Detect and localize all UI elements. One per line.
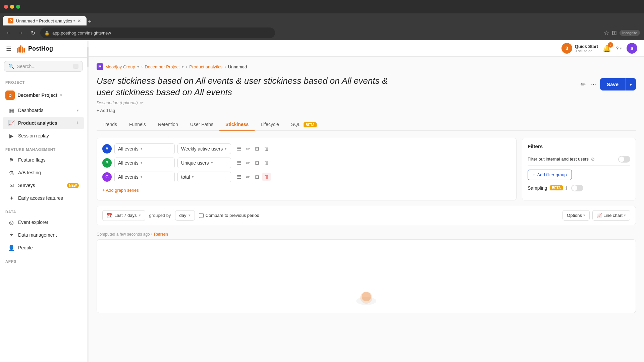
series-c-metric-select[interactable]: total ▾ [177, 172, 231, 182]
add-product-analytics-icon[interactable]: + [76, 120, 79, 126]
sidebar-item-session-replay[interactable]: ▶ Session replay [3, 130, 84, 142]
date-range-select[interactable]: 📅 Last 7 days ▾ [102, 210, 145, 221]
series-c-delete-button[interactable]: 🗑 [262, 173, 271, 181]
options-label: Options [567, 213, 582, 218]
search-input[interactable] [17, 64, 70, 69]
tab-trends[interactable]: Trends [97, 118, 123, 131]
sidebar-item-data-management[interactable]: 🗄 Data management [3, 229, 84, 241]
date-range-chevron-icon: ▾ [139, 213, 141, 218]
add-tag-button[interactable]: + Add tag [97, 108, 115, 113]
options-button[interactable]: Options ▾ [562, 210, 590, 221]
breadcrumb-project-dropdown-icon[interactable]: ▾ [182, 65, 184, 69]
sidebar-item-surveys[interactable]: ✉ Surveys NEW [3, 179, 84, 191]
sidebar-item-session-replay-label: Session replay [18, 133, 79, 138]
project-chevron-icon: ▾ [60, 93, 62, 98]
chart-type-button[interactable]: 📈 Line chart ▾ [592, 210, 630, 221]
series-a-delete-button[interactable]: 🗑 [262, 144, 271, 153]
quick-start-widget[interactable]: 3 Quick Start 3 still to go [561, 43, 598, 54]
computed-row: Computed a few seconds ago • Refresh [97, 229, 636, 239]
series-c-event-chevron-icon: ▾ [141, 175, 143, 179]
series-c-edit-button[interactable]: ✏ [244, 173, 252, 181]
project-avatar: D [5, 90, 15, 100]
series-c-copy-button[interactable]: ⊞ [253, 173, 261, 181]
refresh-link[interactable]: Refresh [154, 232, 168, 237]
url-bar: 🔒 app.posthog.com/insights/new [40, 27, 275, 38]
breadcrumb-section[interactable]: Product analytics [189, 64, 222, 69]
series-a-event-chevron-icon: ▾ [141, 146, 143, 151]
series-a-copy-button[interactable]: ⊞ [253, 144, 261, 153]
series-c-event-select[interactable]: All events ▾ [114, 172, 175, 182]
sidebar-item-product-analytics[interactable]: 📈 Product analytics + [3, 117, 84, 129]
ab-testing-icon: ⚗ [8, 169, 15, 176]
empty-chart-illustration [353, 286, 380, 306]
forward-button[interactable]: → [16, 28, 25, 38]
help-button[interactable]: ? ▾ [616, 46, 622, 51]
add-filter-group-button[interactable]: + Add filter group [528, 170, 572, 180]
save-button[interactable]: Save [600, 78, 625, 90]
group-by-select[interactable]: day ▾ [175, 210, 195, 221]
tab-user-paths[interactable]: User Paths [184, 118, 219, 131]
filter-internal-label: Filter out internal and test users [528, 157, 589, 162]
series-b-event-select[interactable]: All events ▾ [114, 158, 175, 168]
tab-retention[interactable]: Retention [152, 118, 184, 131]
series-c-metric-chevron-icon: ▾ [192, 175, 194, 179]
product-analytics-icon: 📈 [8, 120, 15, 126]
tab-funnels[interactable]: Funnels [123, 118, 152, 131]
posthog-logo-text: PostHog [28, 45, 53, 52]
series-a-edit-button[interactable]: ✏ [244, 144, 252, 153]
series-row-c: C All events ▾ total ▾ ☰ ✏ ⊞ [102, 172, 511, 182]
sidebar-item-feature-flags-label: Feature flags [18, 157, 79, 163]
compare-checkbox-row[interactable]: Compare to previous period [199, 213, 259, 218]
sidebar-item-early-access[interactable]: ✦ Early access features [3, 192, 84, 204]
back-button[interactable]: ← [4, 28, 13, 38]
series-b-edit-button[interactable]: ✏ [244, 159, 252, 167]
compare-checkbox[interactable] [199, 213, 204, 218]
tab-close-button[interactable]: ✕ [77, 18, 81, 23]
description-edit-icon[interactable]: ✏ [140, 100, 144, 105]
add-filter-group-label: Add filter group [537, 172, 567, 177]
series-c-filter-button[interactable]: ☰ [235, 173, 243, 181]
series-b-metric-select[interactable]: Unique users ▾ [177, 158, 231, 168]
series-a-metric-select[interactable]: Weekly active users ▾ [177, 143, 231, 154]
sidebar-item-feature-flags[interactable]: ⚑ Feature flags [3, 154, 84, 166]
breadcrumb-group[interactable]: Moodjoy Group [105, 64, 135, 69]
filter-internal-toggle[interactable] [618, 156, 630, 163]
series-a-filter-button[interactable]: ☰ [235, 144, 243, 153]
dashboards-icon: ▦ [8, 107, 15, 114]
breadcrumb-group-dropdown-icon[interactable]: ▾ [137, 65, 139, 69]
series-b-copy-button[interactable]: ⊞ [253, 159, 261, 167]
computed-text: Computed a few seconds ago [97, 232, 150, 237]
sampling-toggle[interactable] [571, 185, 583, 191]
sidebar-item-dashboards[interactable]: ▦ Dashboards ▾ [3, 104, 84, 116]
early-access-icon: ✦ [8, 195, 15, 201]
sidebar-item-ab-testing[interactable]: ⚗ A/B testing [3, 167, 84, 179]
svg-rect-0 [17, 48, 18, 53]
sampling-info-icon[interactable]: ℹ [566, 185, 567, 191]
notification-button[interactable]: 🔔 0 [603, 44, 611, 52]
reload-button[interactable]: ↻ [28, 28, 38, 38]
sidebar-item-people[interactable]: 👤 People [3, 242, 84, 254]
filter-settings-icon[interactable]: ⚙ [591, 157, 595, 162]
user-avatar[interactable]: S [627, 43, 637, 54]
edit-title-button[interactable]: ✏ [579, 79, 587, 89]
hamburger-button[interactable]: ☰ [4, 44, 13, 54]
quick-start-title: Quick Start [575, 44, 598, 49]
series-b-delete-button[interactable]: 🗑 [262, 159, 271, 167]
sidebar-item-event-explorer[interactable]: ◎ Event explorer [3, 216, 84, 228]
breadcrumb-group-avatar: M [97, 63, 103, 70]
surveys-new-badge: NEW [67, 183, 79, 188]
tab-lifecycle[interactable]: Lifecycle [255, 118, 285, 131]
save-dropdown-button[interactable]: ▾ [625, 78, 636, 90]
add-series-button[interactable]: + Add graph series [102, 186, 139, 195]
more-options-button[interactable]: ··· [590, 79, 597, 89]
browser-tab[interactable]: P Unnamed • Product analytics • ✕ [3, 16, 87, 25]
project-selector[interactable]: D December Project ▾ [0, 86, 87, 104]
posthog-logo: PostHog [17, 45, 53, 53]
tab-sql[interactable]: SQL BETA [285, 118, 323, 131]
series-a-event-select[interactable]: All events ▾ [114, 143, 175, 154]
breadcrumb-project[interactable]: December Project [145, 64, 180, 69]
series-a-metric-chevron-icon: ▾ [225, 146, 227, 151]
series-b-filter-button[interactable]: ☰ [235, 159, 243, 167]
new-tab-button[interactable]: + [88, 18, 92, 25]
tab-stickiness[interactable]: Stickiness [219, 118, 255, 131]
